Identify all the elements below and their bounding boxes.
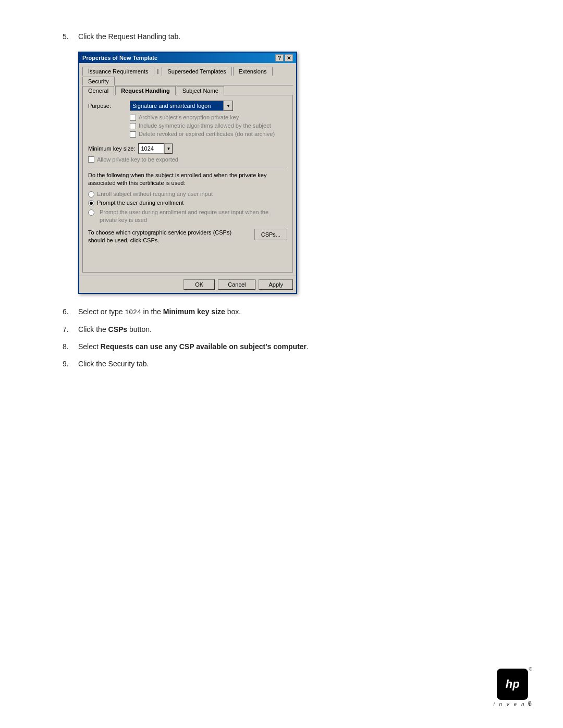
hp-logo: hp <box>497 669 528 700</box>
properties-dialog: Properties of New Template ? ✕ Issuance … <box>78 52 297 294</box>
step-7: 7. Click the CSPs button. <box>63 324 500 335</box>
checkbox-archive-key: Archive subject's encryption private key <box>130 114 287 121</box>
csps-button[interactable]: CSPs... <box>254 229 287 240</box>
purpose-select-display[interactable]: Signature and smartcard logon <box>130 101 224 111</box>
min-key-label: Minimum key size: <box>88 145 135 152</box>
hp-invent-text: i n v e n t <box>493 701 532 707</box>
dialog-titlebar-buttons: ? ✕ <box>275 54 293 61</box>
step-number-5: 5. <box>63 31 78 42</box>
min-key-select-wrapper[interactable]: 1024 ▼ <box>138 143 173 154</box>
purpose-select-arrow[interactable]: ▼ <box>224 101 233 111</box>
apply-button[interactable]: Apply <box>259 279 293 290</box>
radio-prompt-enrollment-label: Prompt the user during enrollment <box>97 200 183 206</box>
page-number: 6 <box>528 699 532 707</box>
step-text-9: Click the Security tab. <box>78 359 500 369</box>
step-number-9: 9. <box>63 359 78 369</box>
tab-subject-name[interactable]: Subject Name <box>177 86 224 95</box>
tab-general[interactable]: General <box>82 86 114 95</box>
allow-export-checkbox[interactable] <box>88 156 94 163</box>
step-8: 8. Select Requests can use any CSP avail… <box>63 341 500 352</box>
tab-content: Purpose: Signature and smartcard logon ▼… <box>82 95 293 273</box>
dialog-titlebar: Properties of New Template ? ✕ <box>79 53 296 63</box>
min-key-select-display[interactable]: 1024 <box>138 143 164 154</box>
tabs-row-1: Issuance Requirements | Superseded Templ… <box>82 66 293 85</box>
min-key-select-arrow[interactable]: ▼ <box>164 143 173 154</box>
step-5: 5. Click the Request Handling tab. <box>63 31 500 42</box>
registered-mark: ® <box>529 667 533 672</box>
step-number-7: 7. <box>63 324 78 335</box>
include-symmetric-checkbox[interactable] <box>130 123 136 129</box>
tabs-row-2: General Request Handling Subject Name <box>82 85 293 95</box>
purpose-row: Purpose: Signature and smartcard logon ▼ <box>88 101 287 111</box>
help-button[interactable]: ? <box>275 54 284 61</box>
enrollment-description: Do the following when the subject is enr… <box>88 171 287 188</box>
step-6: 6. Select or type 1024 in the Minimum ke… <box>63 306 500 318</box>
tab-issuance-requirements[interactable]: Issuance Requirements <box>82 67 154 76</box>
delete-expired-checkbox[interactable] <box>130 131 136 138</box>
purpose-select-wrapper[interactable]: Signature and smartcard logon ▼ <box>130 101 233 111</box>
radio-prompt-enrollment: Prompt the user during enrollment <box>88 200 287 206</box>
allow-export-label: Allow private key to be exported <box>97 156 178 163</box>
allow-export-row: Allow private key to be exported <box>88 156 287 163</box>
radio-prompt-and-require-label: Prompt the user during enrollment and re… <box>100 208 287 225</box>
ok-button[interactable]: OK <box>183 279 215 290</box>
dialog-footer: OK Cancel Apply <box>79 276 296 293</box>
radio-enroll-without-input-label: Enroll subject without requiring any use… <box>97 191 213 197</box>
tab-request-handling[interactable]: Request Handling <box>115 86 176 95</box>
radio-enroll-without-input: Enroll subject without requiring any use… <box>88 191 287 198</box>
archive-key-label: Archive subject's encryption private key <box>139 114 239 120</box>
radio-prompt-and-require-control[interactable] <box>88 209 94 216</box>
page-content: 5. Click the Request Handling tab. Prope… <box>0 0 563 407</box>
tab-security[interactable]: Security <box>82 77 115 85</box>
dialog-wrapper: Properties of New Template ? ✕ Issuance … <box>78 52 500 294</box>
step-text-8: Select Requests can use any CSP availabl… <box>78 341 500 352</box>
radio-prompt-and-require: Prompt the user during enrollment and re… <box>88 208 287 225</box>
page-footer: hp ® i n v e n t <box>493 669 532 707</box>
dialog-title: Properties of New Template <box>82 55 157 61</box>
step-text-7: Click the CSPs button. <box>78 324 500 335</box>
tab-extensions[interactable]: Extensions <box>233 67 273 76</box>
radio-enroll-without-input-control[interactable] <box>88 191 94 198</box>
cancel-button[interactable]: Cancel <box>218 279 255 290</box>
csps-description: To choose which cryptographic service pr… <box>88 229 249 245</box>
radio-prompt-enrollment-control[interactable] <box>88 200 94 206</box>
step-9: 9. Click the Security tab. <box>63 359 500 369</box>
step-text-6: Select or type 1024 in the Minimum key s… <box>78 306 500 318</box>
archive-key-checkbox[interactable] <box>130 115 136 121</box>
include-symmetric-label: Include symmetric algorithms allowed by … <box>139 122 271 129</box>
hp-logo-text: hp <box>506 677 520 691</box>
min-key-row: Minimum key size: 1024 ▼ <box>88 143 287 154</box>
dialog-body: Issuance Requirements | Superseded Templ… <box>79 63 296 276</box>
checkbox-delete-expired: Delete revoked or expired certificates (… <box>130 131 287 138</box>
tab-superseded-templates[interactable]: Superseded Templates <box>162 67 231 76</box>
close-button[interactable]: ✕ <box>285 54 293 61</box>
checkbox-include-symmetric: Include symmetric algorithms allowed by … <box>130 122 287 129</box>
delete-expired-label: Delete revoked or expired certificates (… <box>139 131 275 137</box>
step-text-5: Click the Request Handling tab. <box>78 31 500 42</box>
purpose-label: Purpose: <box>88 103 130 109</box>
section-divider <box>88 167 287 167</box>
step-number-6: 6. <box>63 306 78 318</box>
csps-section: To choose which cryptographic service pr… <box>88 229 287 245</box>
step-number-8: 8. <box>63 341 78 352</box>
